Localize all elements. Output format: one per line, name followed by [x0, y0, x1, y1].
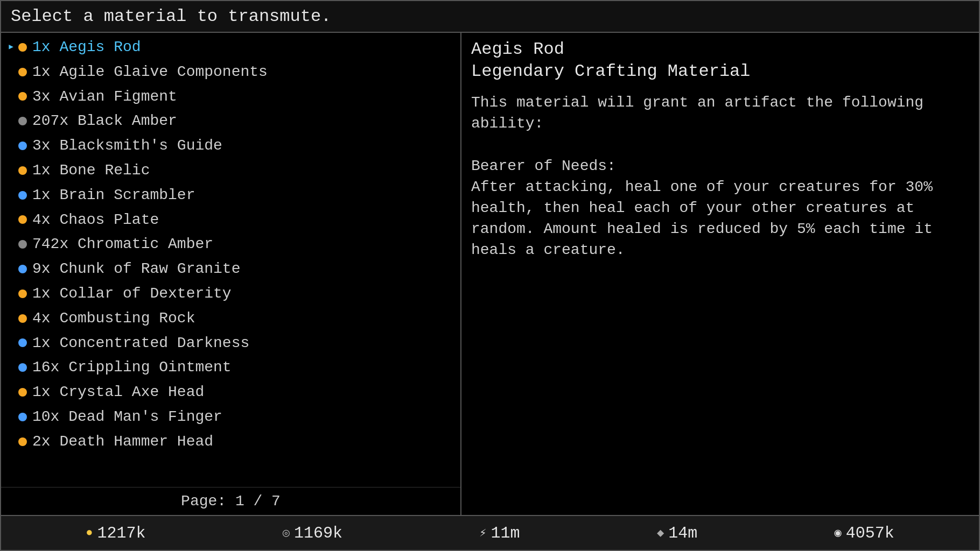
footer-icon-1: ◎ — [283, 526, 290, 540]
footer-icon-3: ◆ — [657, 526, 664, 540]
footer-value-4: 4057k — [846, 524, 894, 542]
item-label: 9x Chunk of Raw Granite — [32, 259, 240, 279]
dot-icon — [18, 413, 27, 421]
footer: ●1217k◎1169k⚡11m◆14m◉4057k — [0, 516, 980, 551]
list-item[interactable]: 1x Bone Relic — [1, 158, 460, 183]
left-panel: ▸1x Aegis Rod1x Agile Glaive Components3… — [1, 33, 461, 515]
item-label: 1x Collar of Dexterity — [32, 284, 232, 304]
item-label: 1x Crystal Axe Head — [32, 382, 204, 402]
list-item[interactable]: 4x Chaos Plate — [1, 208, 460, 232]
footer-stat-0: ●1217k — [86, 524, 145, 542]
item-list[interactable]: ▸1x Aegis Rod1x Agile Glaive Components3… — [1, 33, 460, 487]
list-item[interactable]: 3x Blacksmith's Guide — [1, 133, 460, 158]
dot-icon — [18, 166, 27, 175]
footer-value-3: 14m — [668, 524, 697, 542]
list-item[interactable]: 10x Dead Man's Finger — [1, 405, 460, 429]
item-label: 16x Crippling Ointment — [32, 357, 232, 378]
footer-stat-2: ⚡11m — [479, 524, 520, 542]
item-label: 10x Dead Man's Finger — [32, 407, 222, 427]
item-label: 1x Brain Scrambler — [32, 185, 195, 206]
item-label: 2x Death Hammer Head — [32, 432, 213, 452]
footer-value-0: 1217k — [97, 524, 145, 542]
dot-icon — [18, 437, 27, 446]
dot-icon — [18, 289, 27, 298]
list-item[interactable]: 1x Collar of Dexterity — [1, 281, 460, 306]
footer-stat-4: ◉4057k — [835, 524, 894, 542]
list-item[interactable]: 9x Chunk of Raw Granite — [1, 257, 460, 281]
item-label: 4x Combusting Rock — [32, 308, 195, 329]
item-label: 4x Chaos Plate — [32, 210, 159, 230]
footer-value-1: 1169k — [294, 524, 342, 542]
dot-icon — [18, 240, 27, 249]
item-description: This material will grant an artifact the… — [471, 92, 969, 261]
item-label: 207x Black Amber — [32, 111, 177, 131]
list-item[interactable]: 207x Black Amber — [1, 109, 460, 133]
header: Select a material to transmute. — [0, 0, 980, 33]
list-item[interactable]: 1x Concentrated Darkness — [1, 331, 460, 356]
list-item[interactable]: 4x Combusting Rock — [1, 306, 460, 331]
dot-icon — [18, 388, 27, 397]
list-item[interactable]: 1x Brain Scrambler — [1, 183, 460, 208]
list-item[interactable]: 1x Agile Glaive Components — [1, 60, 460, 84]
right-panel: Aegis Rod Legendary Crafting Material Th… — [461, 33, 979, 515]
list-item[interactable]: 3x Avian Figment — [1, 84, 460, 109]
dot-icon — [18, 215, 27, 224]
arrow-icon: ▸ — [8, 39, 16, 55]
app: Select a material to transmute. ▸1x Aegi… — [0, 0, 980, 551]
list-item[interactable]: 742x Chromatic Amber — [1, 232, 460, 257]
list-item[interactable]: 2x Death Hammer Head — [1, 429, 460, 454]
main-content: ▸1x Aegis Rod1x Agile Glaive Components3… — [0, 33, 980, 516]
dot-icon — [18, 191, 27, 200]
dot-icon — [18, 117, 27, 125]
dot-icon — [18, 363, 27, 372]
dot-icon — [18, 338, 27, 347]
item-label: 1x Bone Relic — [32, 160, 150, 181]
item-label: 1x Aegis Rod — [32, 37, 141, 58]
dot-icon — [18, 92, 27, 101]
list-item[interactable]: 1x Crystal Axe Head — [1, 380, 460, 405]
dot-icon — [18, 43, 27, 52]
footer-icon-4: ◉ — [835, 526, 842, 540]
dot-icon — [18, 68, 27, 76]
pagination: Page: 1 / 7 — [1, 487, 460, 515]
dot-icon — [18, 142, 27, 150]
item-label: 742x Chromatic Amber — [32, 234, 213, 255]
item-label: 3x Blacksmith's Guide — [32, 136, 222, 156]
list-item[interactable]: 16x Crippling Ointment — [1, 355, 460, 380]
item-subtitle: Legendary Crafting Material — [471, 61, 969, 81]
footer-value-2: 11m — [491, 524, 520, 542]
dot-icon — [18, 265, 27, 273]
item-label: 3x Avian Figment — [32, 87, 177, 107]
dot-icon — [18, 314, 27, 323]
header-title: Select a material to transmute. — [11, 6, 331, 26]
footer-stat-1: ◎1169k — [283, 524, 342, 542]
footer-icon-0: ● — [86, 526, 93, 540]
item-label: 1x Concentrated Darkness — [32, 333, 249, 354]
item-title: Aegis Rod — [471, 39, 969, 59]
footer-icon-2: ⚡ — [479, 526, 486, 540]
list-item[interactable]: ▸1x Aegis Rod — [1, 35, 460, 60]
footer-stat-3: ◆14m — [657, 524, 697, 542]
item-label: 1x Agile Glaive Components — [32, 62, 268, 82]
